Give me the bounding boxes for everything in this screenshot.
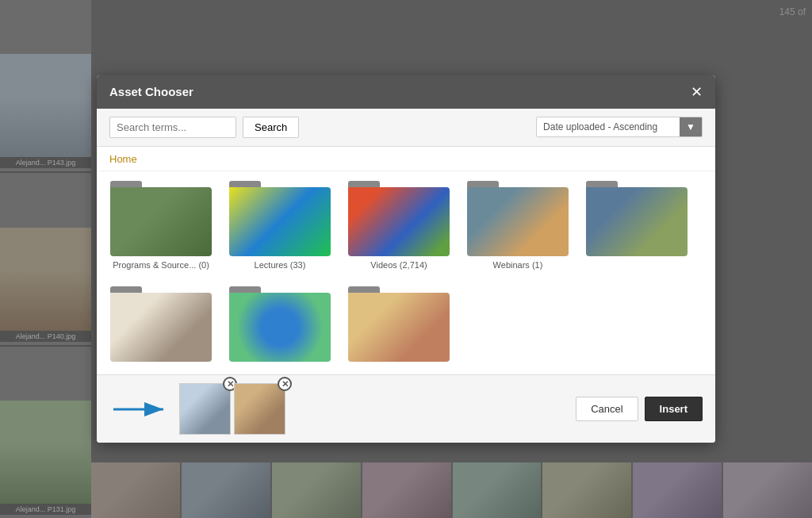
modal-header: Asset Chooser ✕ xyxy=(97,75,715,109)
folder-item-lectures[interactable]: Lectures (33) xyxy=(228,181,331,271)
folder-item-row2-2[interactable] xyxy=(109,286,213,365)
selected-thumb-2-wrap: ✕ xyxy=(234,383,285,435)
folder-shape-webinars xyxy=(467,181,569,256)
folder-body-programs xyxy=(110,187,212,256)
modal-footer: ✕ ✕ Cancel Insert xyxy=(97,374,715,443)
folder-item-videos[interactable]: Videos (2,714) xyxy=(347,181,450,271)
modal-overlay: Asset Chooser ✕ Search Date uploaded - A… xyxy=(0,0,812,518)
folder-label-lectures: Lectures (33) xyxy=(255,259,306,271)
folder-shape-row2-1 xyxy=(586,181,688,256)
selection-arrow-icon xyxy=(109,389,173,429)
search-button[interactable]: Search xyxy=(243,117,299,138)
folder-shape-row2-4 xyxy=(348,286,450,362)
folder-label-videos: Videos (2,714) xyxy=(370,259,427,271)
footer-selected-area: ✕ ✕ xyxy=(109,383,285,435)
modal-toolbar: Search Date uploaded - Ascending Date up… xyxy=(97,109,715,147)
folder-grid: Programs & Source... (0) Lectures (33) V… xyxy=(109,181,703,365)
folder-item-row2-1[interactable] xyxy=(585,181,688,271)
selected-thumbnails: ✕ ✕ xyxy=(179,383,285,435)
sort-dropdown-wrap: Date uploaded - Ascending Date uploaded … xyxy=(536,117,703,137)
folder-item-webinars[interactable]: Webinars (1) xyxy=(466,181,569,271)
folder-item-row2-3[interactable] xyxy=(228,286,331,365)
folder-shape-row2-3 xyxy=(229,286,331,362)
folder-body-webinars xyxy=(467,187,569,256)
selected-thumb-2 xyxy=(234,383,285,435)
sort-arrow-icon: ▼ xyxy=(680,117,702,136)
selected-thumb-1 xyxy=(179,383,231,435)
modal-close-button[interactable]: ✕ xyxy=(691,85,703,99)
folder-shape-row2-2 xyxy=(110,286,212,362)
folder-label-webinars: Webinars (1) xyxy=(493,259,543,271)
folder-body-row2-3 xyxy=(229,293,331,362)
search-input[interactable] xyxy=(109,117,236,138)
folder-shape-programs xyxy=(110,181,212,256)
folder-body-lectures xyxy=(229,187,331,256)
insert-button[interactable]: Insert xyxy=(645,397,703,421)
folder-item-programs[interactable]: Programs & Source... (0) xyxy=(109,181,213,271)
modal-title: Asset Chooser xyxy=(109,85,193,98)
breadcrumb-bar: Home xyxy=(97,147,715,171)
breadcrumb-home-link[interactable]: Home xyxy=(109,153,137,165)
asset-chooser-modal: Asset Chooser ✕ Search Date uploaded - A… xyxy=(97,75,715,443)
folder-body-videos xyxy=(348,187,450,256)
folder-shape-videos xyxy=(348,181,450,256)
folder-shape-lectures xyxy=(229,181,331,256)
folder-label-programs: Programs & Source... (0) xyxy=(113,259,209,271)
modal-body[interactable]: Programs & Source... (0) Lectures (33) V… xyxy=(97,171,715,374)
folder-item-row2-4[interactable] xyxy=(347,286,450,365)
remove-thumb-2-button[interactable]: ✕ xyxy=(278,377,292,391)
selected-thumb-1-wrap: ✕ xyxy=(179,383,231,435)
sort-select[interactable]: Date uploaded - Ascending Date uploaded … xyxy=(537,117,680,136)
folder-body-row2-4 xyxy=(348,293,450,362)
cancel-button[interactable]: Cancel xyxy=(576,397,638,421)
folder-body-row2-2 xyxy=(110,293,212,362)
folder-body-row2-1 xyxy=(586,187,688,256)
